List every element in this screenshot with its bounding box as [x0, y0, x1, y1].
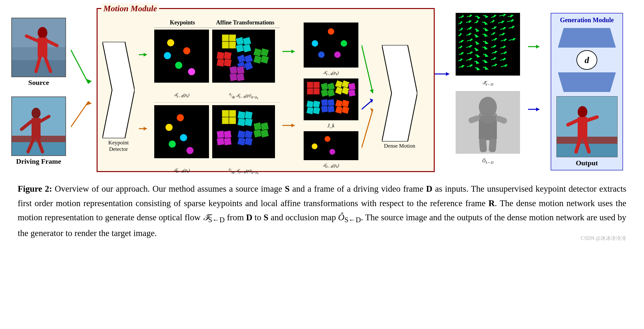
svg-line-105: [362, 109, 373, 148]
source-photo: [11, 18, 66, 77]
svg-marker-159: [485, 34, 487, 36]
main-container: Source: [0, 0, 644, 251]
driving-affine-box: [212, 105, 275, 158]
svg-rect-233: [488, 138, 497, 152]
svg-point-241: [578, 106, 587, 118]
source-keypoints-box: [154, 30, 209, 83]
svg-rect-33: [236, 44, 244, 53]
svg-rect-94: [327, 99, 335, 106]
svg-marker-165: [461, 40, 463, 42]
svg-marker-219: [477, 68, 479, 70]
dense-motion-block: Dense Motion: [380, 19, 419, 175]
svg-rect-62: [224, 137, 232, 145]
svg-marker-209: [485, 60, 487, 63]
svg-marker-183: [476, 48, 478, 51]
svg-rect-90: [313, 100, 320, 108]
source-image-block: Source: [11, 18, 66, 87]
svg-rect-27: [222, 34, 229, 41]
svg-marker-153: [459, 33, 461, 36]
svg-line-18: [71, 50, 89, 84]
svg-rect-82: [327, 89, 335, 96]
svg-rect-77: [307, 88, 313, 95]
svg-marker-129: [476, 21, 478, 23]
svg-marker-123: [511, 15, 513, 17]
flow-image: [456, 13, 520, 76]
caption-area: Figure 2: Overview of our approach. Our …: [6, 174, 638, 245]
decoder-top: [558, 72, 616, 92]
motion-module-title: Motion Module: [101, 3, 159, 14]
svg-rect-58: [244, 118, 252, 126]
svg-rect-30: [229, 41, 236, 49]
svg-rect-70: [260, 129, 269, 137]
svg-rect-75: [307, 82, 313, 88]
svg-marker-213: [503, 58, 506, 60]
svg-marker-205: [469, 58, 472, 60]
svg-rect-100: [341, 106, 349, 114]
t-s-r-label: 𝒯S←R(pk): [323, 70, 339, 76]
t-s-r-box: [304, 23, 358, 68]
svg-rect-88: [348, 89, 355, 96]
left-images-column: Source: [6, 14, 71, 166]
occlusion-label: ÔS←D: [482, 159, 494, 164]
svg-marker-191: [461, 52, 463, 55]
svg-marker-211: [494, 58, 496, 60]
svg-marker-155: [469, 33, 471, 35]
svg-marker-201: [504, 52, 507, 54]
svg-marker-139: [461, 28, 463, 31]
svg-rect-32: [243, 37, 251, 46]
svg-rect-53: [222, 117, 229, 124]
svg-rect-99: [335, 106, 343, 114]
svg-rect-44: [260, 48, 269, 57]
svg-rect-46: [260, 55, 269, 64]
svg-marker-151: [512, 26, 514, 28]
keypoints-section-title: Keypoints: [154, 19, 211, 26]
svg-marker-143: [476, 29, 479, 32]
j-k-label: J_k: [327, 123, 334, 129]
watermark: CSDN @冰冰冷冷冷: [581, 234, 626, 242]
source-kp-label: 𝒯S←R(pk): [154, 92, 209, 100]
svg-rect-89: [306, 100, 314, 108]
svg-rect-63: [237, 130, 246, 138]
svg-marker-133: [492, 20, 494, 23]
svg-marker-149: [503, 27, 506, 30]
output-photo: [556, 96, 618, 157]
svg-marker-237: [536, 107, 539, 111]
flow-label: 𝒯̂S←D: [482, 80, 493, 86]
svg-marker-193: [470, 52, 472, 54]
svg-rect-78: [313, 88, 320, 95]
svg-rect-43: [253, 48, 262, 57]
svg-rect-51: [222, 110, 229, 117]
svg-marker-131: [485, 22, 487, 24]
encoder-top: [558, 28, 616, 48]
svg-marker-223: [495, 64, 497, 66]
svg-point-229: [478, 110, 497, 123]
svg-marker-24: [144, 53, 147, 57]
flow-occlusion-col: 𝒯̂S←D: [454, 13, 522, 164]
svg-marker-197: [485, 54, 488, 57]
svg-rect-61: [217, 137, 225, 145]
svg-marker-74: [291, 123, 295, 127]
flow-to-gen-arrow: [528, 13, 544, 167]
svg-rect-52: [229, 110, 236, 117]
svg-rect-79: [320, 82, 328, 90]
svg-rect-93: [321, 99, 328, 106]
svg-rect-66: [244, 137, 253, 145]
svg-marker-225: [505, 65, 507, 67]
svg-marker-195: [477, 55, 479, 57]
affine-section-title: Affine Transformations: [214, 19, 277, 26]
svg-marker-203: [460, 59, 462, 61]
svg-marker-107: [382, 45, 417, 142]
svg-marker-26: [144, 127, 147, 131]
svg-marker-111: [461, 15, 464, 18]
svg-marker-185: [485, 47, 487, 49]
keypoint-detector-label: Keypoint Detector: [101, 140, 136, 153]
svg-line-101: [362, 45, 373, 93]
svg-marker-102: [370, 89, 374, 93]
j-k-box: [304, 78, 358, 120]
t-d-r-label: 𝒯D←R(pk): [323, 163, 339, 169]
svg-marker-181: [469, 45, 472, 48]
output-image-container: Output: [556, 96, 618, 167]
motion-module-box: Motion Module Keypoint Detector: [97, 8, 435, 172]
driving-frame-block: Driving Frame: [11, 96, 66, 166]
svg-point-3: [38, 27, 47, 39]
